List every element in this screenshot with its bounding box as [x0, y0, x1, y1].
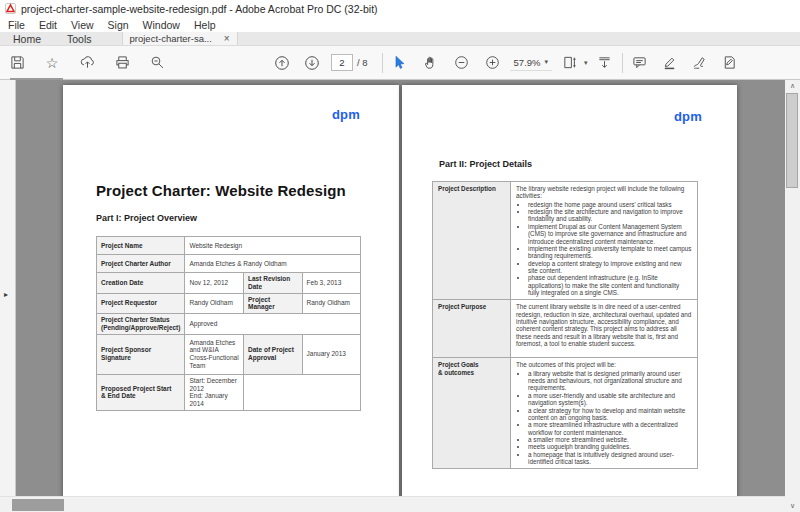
list-item: redesign the site architecture and navig… — [528, 208, 692, 223]
menu-window[interactable]: Window — [143, 19, 180, 31]
cell-value: Website Redesign — [185, 237, 361, 255]
table-row: Project Sponsor Signature Amanda Etches … — [97, 334, 361, 374]
request-signatures-button[interactable] — [719, 50, 741, 76]
list-item: a library website that is designed prima… — [528, 370, 692, 392]
close-icon[interactable]: × — [224, 33, 230, 44]
dpm-logo: dpm — [332, 107, 360, 122]
cell-label: Project Sponsor Signature — [97, 334, 185, 374]
navigation-pane-strip[interactable]: ▸ — [0, 80, 16, 496]
cell-label: Creation Date — [97, 273, 185, 294]
horizontal-scrollbar[interactable] — [0, 496, 785, 512]
zoom-level-value: 57.9% — [514, 57, 541, 68]
goals-bullet-list: a library website that is designed prima… — [516, 370, 692, 466]
table-row: Project Charter Author Amanda Etches & R… — [97, 255, 361, 273]
menu-help[interactable]: Help — [194, 19, 216, 31]
cell-label: Proposed Project Start & End Date — [97, 374, 185, 410]
list-item: a homepage that is intuitively designed … — [528, 451, 692, 466]
cell-value: The library website redesign project wil… — [511, 182, 698, 300]
chevron-down-icon[interactable]: ▾ — [584, 59, 588, 67]
toolbar-divider — [382, 53, 383, 73]
section-heading-part2: Part II: Project Details — [439, 159, 532, 169]
cell-label: Project Charter Status (Pending/Approve/… — [97, 314, 185, 335]
acrobat-icon — [5, 3, 16, 16]
cell-value: Randy Oldham — [302, 293, 360, 314]
cell-value: The current library website is in dire n… — [511, 300, 698, 358]
highlight-tool-button[interactable] — [659, 50, 681, 76]
tab-bar: Home Tools project-charter-sa... × — [0, 32, 800, 46]
cell-label: Last Revision Date — [244, 273, 303, 294]
list-item: a clear strategy for how to develop and … — [528, 407, 692, 422]
comment-tool-button[interactable] — [629, 50, 651, 76]
toolbar-divider — [622, 53, 623, 73]
cursor-icon — [392, 55, 407, 70]
star-icon: ☆ — [46, 56, 59, 70]
list-item: meets uoguelph branding guidelines. — [528, 443, 692, 450]
cell-label: Project Name — [97, 237, 185, 255]
fill-sign-tool-button[interactable] — [689, 50, 711, 76]
menu-edit[interactable]: Edit — [39, 19, 57, 31]
table-row: Project Description The library website … — [433, 182, 698, 300]
zoom-out-button[interactable] — [451, 50, 473, 76]
goals-intro: The outcomes of this project will be: — [516, 361, 692, 368]
next-page-button[interactable] — [301, 50, 323, 76]
section-heading-part1: Part I: Project Overview — [96, 213, 197, 223]
scroll-mode-button[interactable] — [594, 50, 616, 76]
cell-label: Project Goals & outcomes — [433, 358, 511, 469]
window-title: project-charter-sample-website-redesign.… — [21, 3, 378, 15]
cell-value: Amanda Etches and W&IA Cross-Functional … — [185, 334, 244, 374]
list-item: implement Drupal as our Content Manageme… — [528, 223, 692, 245]
menu-file[interactable]: File — [8, 19, 25, 31]
select-tool-button[interactable] — [389, 50, 411, 76]
page-number-input[interactable]: 2 — [331, 54, 353, 71]
print-button[interactable] — [111, 50, 133, 76]
cell-label: Project Charter Author — [97, 255, 185, 273]
document-area: ▸ dpm Project Charter: Website Redesign … — [0, 80, 800, 512]
cell-value: Nov 12, 2012 — [185, 273, 244, 294]
toolbar: ☆ 2 / 8 57.9% — [0, 46, 800, 80]
cell-label: Project Description — [433, 182, 511, 300]
menu-view[interactable]: View — [71, 19, 94, 31]
menu-sign[interactable]: Sign — [108, 19, 129, 31]
list-item: phase out dependent infrastructure (e.g.… — [528, 274, 692, 296]
page-down-icon — [304, 55, 320, 71]
hand-tool-button[interactable] — [420, 50, 442, 76]
tab-home[interactable]: Home — [0, 32, 54, 45]
description-intro: The library website redesign project wil… — [516, 185, 692, 200]
share-button[interactable] — [76, 50, 98, 76]
tab-tools[interactable]: Tools — [54, 32, 105, 45]
cell-value: Approved — [185, 314, 361, 335]
favorites-button[interactable]: ☆ — [41, 50, 63, 76]
signature-icon — [692, 55, 707, 70]
nav-pane-expand-icon[interactable]: ▸ — [4, 290, 8, 299]
fit-page-icon — [562, 55, 577, 70]
menu-bar: File Edit View Sign Window Help — [0, 18, 800, 32]
zoom-level-dropdown[interactable]: 57.9% ▾ — [510, 55, 552, 71]
pdf-page-left: dpm Project Charter: Website Redesign Pa… — [63, 85, 399, 496]
vertical-scrollbar[interactable]: ∧ ∨ — [785, 80, 800, 512]
pages-pane: dpm Project Charter: Website Redesign Pa… — [16, 80, 785, 496]
minus-circle-icon — [454, 55, 469, 70]
find-button[interactable] — [146, 50, 168, 76]
scrolling-pages-icon — [597, 55, 612, 70]
scroll-up-icon[interactable]: ∧ — [785, 82, 800, 90]
hand-icon — [423, 55, 438, 70]
plus-circle-icon — [485, 55, 500, 70]
cell-label: Project Manager — [244, 293, 303, 314]
pdf-page-right: dpm Part II: Project Details Project Des… — [402, 85, 737, 496]
tab-document[interactable]: project-charter-sa... × — [122, 32, 238, 45]
cell-value: Randy Oldham — [185, 293, 244, 314]
previous-page-button[interactable] — [271, 50, 293, 76]
horizontal-scrollbar-thumb[interactable] — [12, 499, 64, 511]
fit-page-button[interactable] — [558, 50, 580, 76]
scroll-down-icon[interactable]: ∨ — [785, 502, 800, 510]
zoom-in-button[interactable] — [482, 50, 504, 76]
list-item: a more streamlined infrastructure with a… — [528, 421, 692, 436]
save-button[interactable] — [6, 50, 28, 76]
print-icon — [115, 55, 130, 70]
cell-empty — [244, 374, 361, 410]
cell-label: Date of Project Approval — [244, 334, 303, 374]
list-item: a smaller more streamlined website. — [528, 436, 692, 443]
list-item: redesign the home page around users' cri… — [528, 201, 692, 208]
vertical-scrollbar-thumb[interactable] — [786, 93, 798, 188]
page-up-icon — [274, 55, 290, 71]
